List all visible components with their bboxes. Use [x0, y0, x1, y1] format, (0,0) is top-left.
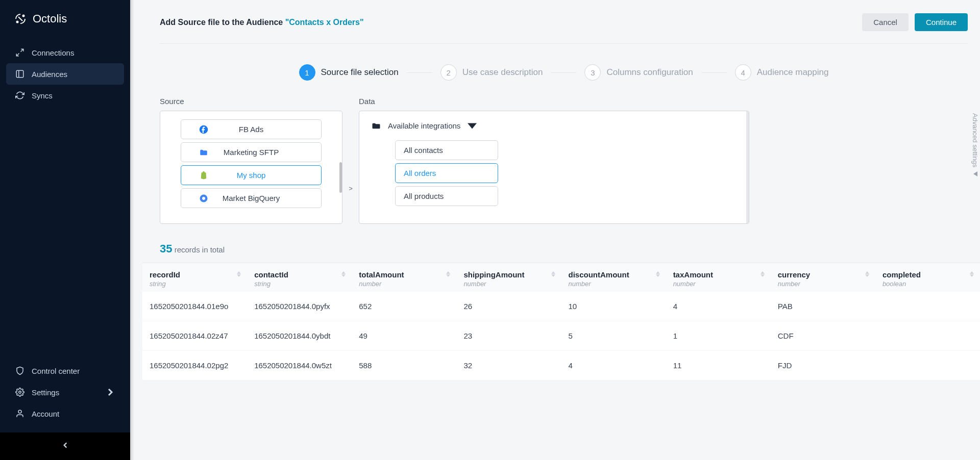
data-all-products[interactable]: All products — [395, 186, 498, 206]
source-label: My shop — [237, 171, 266, 180]
step-label: Use case description — [462, 67, 543, 78]
table-cell: 23 — [456, 321, 561, 351]
table-cell — [875, 321, 980, 351]
data-panel: Available integrations All contacts All … — [359, 111, 749, 224]
nav-label: Settings — [32, 388, 59, 397]
shield-icon — [15, 366, 24, 375]
table-cell: 11 — [666, 351, 771, 380]
nav-bottom: Control center Settings Account — [0, 356, 130, 432]
nav-control-center[interactable]: Control center — [6, 360, 124, 381]
source-fb-ads[interactable]: FB Ads — [181, 119, 322, 139]
facebook-icon — [199, 125, 208, 134]
table-cell: 5 — [561, 321, 666, 351]
continue-button[interactable]: Continue — [915, 13, 968, 31]
col-recordId[interactable]: recordIdstring — [142, 263, 247, 292]
table-row[interactable]: 1652050201844.02z471652050201844.0ybdt49… — [142, 321, 980, 351]
step-1[interactable]: 1 Source file selection — [299, 64, 399, 81]
source-label: Marketing SFTP — [224, 148, 279, 157]
col-completed[interactable]: completedboolean — [875, 263, 980, 292]
connections-icon — [15, 48, 24, 57]
table-cell — [875, 292, 980, 321]
table-row[interactable]: 1652050201844.02pg21652050201844.0w5zt58… — [142, 351, 980, 380]
nav-audiences[interactable]: Audiences — [6, 63, 124, 85]
title-prefix: Add Source file to the Audience — [160, 18, 285, 27]
step-number: 1 — [299, 64, 315, 81]
records-count: 35 — [160, 242, 172, 255]
data-all-contacts[interactable]: All contacts — [395, 140, 498, 160]
nav-settings[interactable]: Settings — [6, 381, 124, 403]
step-number: 2 — [440, 64, 457, 81]
source-label: FB Ads — [239, 125, 263, 134]
step-number: 3 — [584, 64, 601, 81]
wizard-steps: 1 Source file selection 2 Use case descr… — [160, 44, 968, 97]
nav-label: Connections — [32, 48, 74, 57]
table-cell: 652 — [352, 292, 456, 321]
source-market-bigquery[interactable]: Market BigQuery — [181, 188, 322, 208]
col-discountAmount[interactable]: discountAmountnumber — [561, 263, 666, 292]
step-number: 4 — [735, 64, 751, 81]
data-integrations-toggle[interactable]: Available integrations — [359, 118, 749, 137]
table-cell: 10 — [561, 292, 666, 321]
syncs-icon — [15, 91, 24, 100]
source-marketing-sftp[interactable]: Marketing SFTP — [181, 142, 322, 162]
panel-arrow: > — [342, 97, 359, 224]
advanced-settings[interactable]: Advanced settings — [971, 113, 979, 176]
table-cell: 4 — [666, 292, 771, 321]
nav-syncs[interactable]: Syncs — [6, 85, 124, 106]
user-icon — [15, 409, 24, 418]
panels: Source FB Ads Marketing SFTP My shop — [160, 97, 968, 224]
source-my-shop[interactable]: My shop — [181, 165, 322, 185]
table-cell: 1652050201844.0ybdt — [247, 321, 352, 351]
svg-point-1 — [17, 21, 18, 23]
nav-label: Syncs — [32, 91, 53, 100]
data-label: Data — [359, 97, 749, 106]
folder-icon — [199, 148, 208, 157]
col-totalAmount[interactable]: totalAmountnumber — [352, 263, 456, 292]
step-3[interactable]: 3 Columns configuration — [584, 64, 693, 81]
collapse-sidebar[interactable] — [0, 432, 130, 460]
table-cell: 4 — [561, 351, 666, 380]
col-taxAmount[interactable]: taxAmountnumber — [666, 263, 771, 292]
table-cell: CDF — [771, 321, 875, 351]
nav-label: Control center — [32, 367, 80, 375]
table-cell: 1652050201844.02z47 — [142, 321, 247, 351]
col-currency[interactable]: currencynumber — [771, 263, 875, 292]
table-cell: 1 — [666, 321, 771, 351]
sidebar: Octolis Connections Audiences Syncs Cont… — [0, 0, 130, 460]
step-2[interactable]: 2 Use case description — [440, 64, 543, 81]
col-shippingAmount[interactable]: shippingAmountnumber — [456, 263, 561, 292]
main-nav: Connections Audiences Syncs — [0, 38, 130, 356]
table-cell: FJD — [771, 351, 875, 380]
folder-icon — [372, 122, 381, 130]
table-cell: 1652050201844.02pg2 — [142, 351, 247, 380]
audience-name: "Contacts x Orders" — [285, 18, 364, 27]
svg-point-7 — [202, 197, 205, 200]
brand-logo[interactable]: Octolis — [0, 0, 130, 38]
col-contactId[interactable]: contactIdstring — [247, 263, 352, 292]
nav-connections[interactable]: Connections — [6, 42, 124, 63]
logo-icon — [14, 13, 27, 25]
page-title: Add Source file to the Audience "Contact… — [160, 18, 364, 27]
nav-account[interactable]: Account — [6, 403, 124, 424]
gear-icon — [15, 388, 24, 397]
data-all-orders[interactable]: All orders — [395, 163, 498, 183]
caret-down-icon — [468, 122, 477, 130]
audiences-icon — [15, 69, 24, 79]
source-panel: FB Ads Marketing SFTP My shop Marke — [160, 111, 342, 224]
records-suffix: records in total — [175, 245, 225, 254]
step-divider — [551, 72, 576, 73]
data-table: recordIdstringcontactIdstringtotalAmount… — [142, 263, 980, 380]
step-label: Source file selection — [321, 67, 399, 78]
table-row[interactable]: 1652050201844.01e9o1652050201844.0pyfx65… — [142, 292, 980, 321]
cancel-button[interactable]: Cancel — [862, 13, 909, 31]
step-divider — [701, 72, 727, 73]
main-content: Add Source file to the Audience "Contact… — [130, 0, 980, 460]
step-label: Audience mapping — [757, 67, 829, 78]
svg-point-0 — [23, 15, 24, 17]
data-title-label: Available integrations — [388, 121, 460, 130]
caret-left-icon — [973, 171, 977, 176]
step-4[interactable]: 4 Audience mapping — [735, 64, 829, 81]
table-cell: 1652050201844.0pyfx — [247, 292, 352, 321]
source-label: Market BigQuery — [223, 194, 280, 202]
nav-label: Audiences — [32, 70, 67, 79]
